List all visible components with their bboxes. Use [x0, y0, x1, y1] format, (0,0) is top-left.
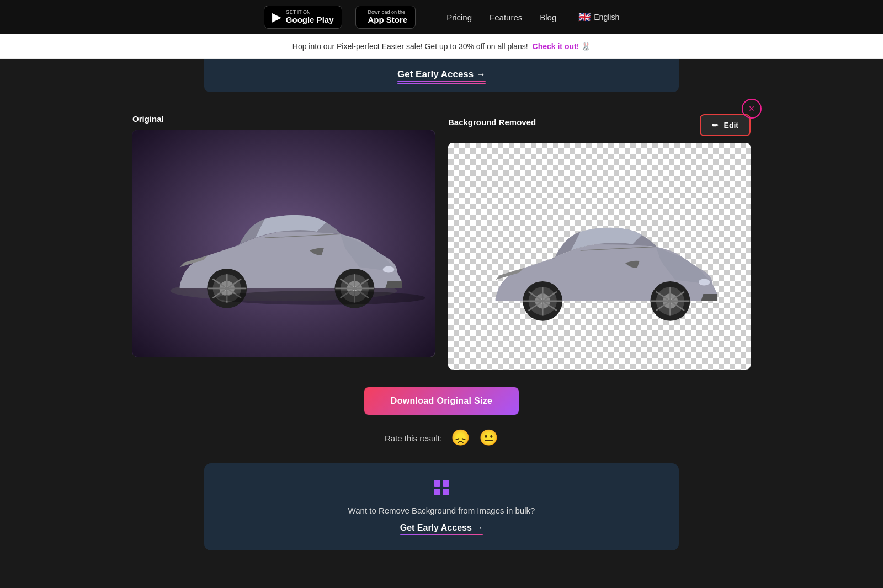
bg-removed-label: Background Removed	[448, 117, 536, 127]
thumbs-down-button[interactable]: 😞	[451, 430, 470, 446]
edit-label: Edit	[724, 121, 738, 130]
original-label: Original	[132, 114, 435, 124]
app-store-name: App Store	[368, 15, 408, 25]
google-play-name: Google Play	[286, 15, 334, 25]
svg-rect-37	[434, 480, 440, 487]
google-play-pre: GET IT ON	[286, 9, 334, 15]
early-access-top-wrap: Get Early Access →	[397, 69, 486, 82]
download-button[interactable]: Download Original Size	[364, 387, 519, 415]
flag-icon: 🇬🇧	[578, 11, 591, 23]
bulk-icon	[226, 479, 657, 500]
removed-panel: Background Removed ✏ Edit	[448, 114, 751, 370]
google-play-button[interactable]: ▶ GET IT ON Google Play	[264, 6, 342, 29]
bulk-early-access-button[interactable]: Get Early Access →	[400, 523, 483, 533]
app-store-pre: Download on the	[368, 9, 408, 15]
nav-blog[interactable]: Blog	[540, 13, 556, 22]
original-image-box	[132, 130, 435, 357]
nav-features[interactable]: Features	[490, 13, 522, 22]
promo-banner: Hop into our Pixel-perfect Easter sale! …	[0, 34, 883, 59]
nav-pricing[interactable]: Pricing	[446, 13, 472, 22]
nav-links: Pricing Features Blog	[446, 13, 556, 22]
bulk-cta-wrap: Get Early Access →	[400, 523, 483, 535]
promo-text: Hop into our Pixel-perfect Easter sale! …	[292, 42, 528, 51]
svg-point-18	[383, 266, 395, 273]
svg-point-19	[217, 291, 425, 305]
svg-rect-39	[434, 489, 440, 495]
edit-icon: ✏	[712, 121, 719, 130]
thumbs-up-button[interactable]: 😐	[479, 430, 498, 446]
svg-point-36	[699, 279, 710, 286]
navbar: ▶ GET IT ON Google Play Download on the …	[0, 0, 883, 34]
language-button[interactable]: 🇬🇧 English	[578, 11, 619, 23]
bulk-text: Want to Remove Background from Images in…	[226, 506, 657, 515]
edit-button[interactable]: ✏ Edit	[700, 114, 751, 136]
app-store-button[interactable]: Download on the App Store	[355, 6, 416, 29]
download-section: Download Original Size	[132, 387, 751, 415]
google-play-icon: ▶	[272, 10, 281, 24]
early-access-top-label: Get Early Access →	[397, 69, 486, 80]
rating-label: Rate this result:	[385, 434, 442, 443]
original-panel: Original	[132, 114, 435, 357]
svg-rect-40	[443, 489, 449, 495]
bulk-section: Want to Remove Background from Images in…	[204, 463, 679, 550]
main-content: × Original	[110, 92, 773, 573]
rating-row: Rate this result: 😞 😐	[132, 430, 751, 446]
promo-emoji: 🐰	[581, 42, 591, 51]
comparison-row: Original	[132, 114, 751, 370]
language-label: English	[594, 13, 619, 22]
early-access-top-button[interactable]: Get Early Access →	[397, 69, 486, 80]
svg-rect-38	[443, 480, 449, 487]
removed-image-box	[448, 143, 751, 370]
close-button[interactable]: ×	[742, 99, 762, 119]
promo-cta[interactable]: Check it out!	[533, 42, 579, 51]
